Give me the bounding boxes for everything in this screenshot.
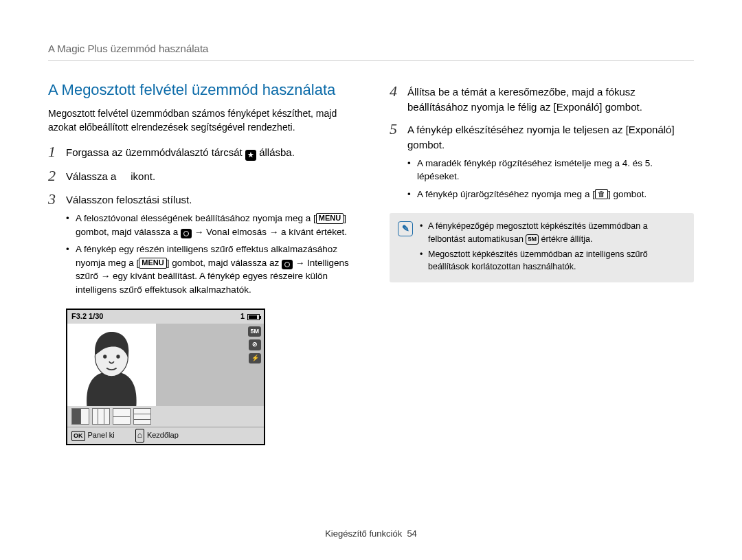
step-4: 4 Állítsa be a témát a keresőmezőbe, maj…	[390, 83, 694, 115]
page-footer: Kiegészítő funkciók 54	[0, 528, 742, 541]
layout-option-3[interactable]	[113, 408, 131, 425]
step-5: 5 A fénykép elkészítéséhez nyomja le tel…	[390, 121, 694, 153]
exposure-label: F3.2 1/30	[71, 311, 103, 322]
label: Kezdőlap	[147, 430, 179, 441]
step-1: 1 Forgassa az üzemmódválasztó tárcsát ★ …	[48, 144, 352, 161]
trash-icon: 🗑	[595, 189, 608, 199]
preview-pane	[67, 324, 156, 406]
step-number: 1	[48, 144, 66, 160]
intro-text: Megosztott felvétel üzemmódban számos fé…	[48, 107, 352, 135]
note-item: A fényképezőgép megosztott képkészítés ü…	[420, 220, 686, 245]
step-text: Válassza a ikont.	[66, 168, 352, 184]
step-text: Állítsa be a témát a keresőmezőbe, majd …	[407, 83, 694, 115]
split-icon	[120, 170, 128, 182]
step-text: Forgassa az üzemmódválasztó tárcsát ★ ál…	[66, 144, 352, 161]
camera-icon	[282, 260, 293, 269]
layout-option-2[interactable]	[92, 408, 110, 425]
step-number: 3	[48, 191, 66, 208]
layout-option-1[interactable]	[71, 408, 89, 425]
bullet-item: A felosztóvonal élességének beállításáho…	[66, 212, 352, 238]
note-item: Megosztott képkészítés üzemmódban az int…	[420, 248, 686, 273]
home-chip-icon: ⌂	[135, 429, 144, 442]
menu-key-icon: MENU	[139, 258, 166, 269]
svg-point-2	[103, 355, 106, 359]
step-text: A fénykép elkészítéséhez nyomja le telje…	[407, 121, 694, 153]
step-number: 4	[390, 83, 407, 100]
camera-screenshot: F3.2 1/30 1	[66, 309, 265, 445]
menu-key-icon: MENU	[316, 213, 344, 224]
label: Panel ki	[88, 430, 115, 441]
section-title: A Megosztott felvétel üzemmód használata	[48, 79, 352, 101]
ok-chip-icon: OK	[71, 431, 85, 441]
text: ikont.	[131, 170, 155, 182]
step-number: 5	[390, 121, 407, 137]
right-column: 4 Állítsa be a témát a keresőmezőbe, maj…	[390, 79, 694, 445]
text: A felosztóvonal élességének beállításáho…	[76, 213, 313, 223]
text: értékre állítja.	[541, 234, 592, 244]
layout-option-4[interactable]	[133, 408, 151, 425]
resolution-badge: 5M	[248, 326, 261, 337]
panel-toggle[interactable]: OK Panel ki	[71, 429, 115, 442]
battery-icon	[247, 314, 260, 320]
text: állásba.	[259, 146, 295, 158]
preview-empty-pane: 5M ⊘ ⚡	[156, 324, 264, 406]
layout-toolbar	[67, 406, 264, 427]
svg-point-3	[116, 355, 120, 359]
footer-label: Kiegészítő funkciók	[325, 528, 402, 539]
text: Válassza a	[66, 170, 120, 182]
bullet-item: A fénykép egy részén intelligens szűrő e…	[66, 243, 352, 296]
step-2: 2 Válassza a ikont.	[48, 168, 352, 184]
breadcrumb: A Magic Plus üzemmód használata	[48, 41, 694, 61]
mode-badge-icon: ⊘	[249, 339, 261, 350]
camera-icon	[181, 229, 192, 238]
resolution-5m-icon: 5M	[526, 234, 539, 245]
flash-badge-icon: ⚡	[249, 353, 261, 363]
step-text: Válasszon felosztási stílust.	[66, 191, 352, 208]
bullet-item: A maradék fénykép rögzítéséhez ismételje…	[407, 157, 694, 183]
home-button[interactable]: ⌂ Kezdőlap	[135, 429, 179, 442]
text: → Vonal elmosás → a kívánt értéket.	[194, 227, 347, 237]
text: gombot, majd válassza az	[172, 258, 282, 268]
portrait-illustration	[67, 324, 156, 406]
text: gombot.	[613, 189, 647, 199]
sub-bullets: A felosztóvonal élességének beállításáho…	[48, 212, 352, 296]
note-box: ✎ A fényképezőgép megosztott képkészítés…	[390, 213, 694, 282]
mode-dial-icon: ★	[245, 150, 256, 161]
count-label: 1	[240, 311, 245, 322]
note-icon: ✎	[398, 221, 413, 236]
footer-page: 54	[407, 528, 416, 539]
text: A fénykép újrarögzítéséhez nyomja meg a	[417, 189, 592, 199]
step-number: 2	[48, 168, 66, 184]
step-3: 3 Válasszon felosztási stílust.	[48, 191, 352, 208]
left-column: A Megosztott felvétel üzemmód használata…	[48, 79, 352, 445]
bullet-item: A fénykép újrarögzítéséhez nyomja meg a …	[407, 188, 694, 201]
sub-bullets: A maradék fénykép rögzítéséhez ismételje…	[390, 157, 694, 201]
text: gombot, majd válassza a	[76, 227, 181, 237]
text: Forgassa az üzemmódválasztó tárcsát	[66, 146, 245, 158]
